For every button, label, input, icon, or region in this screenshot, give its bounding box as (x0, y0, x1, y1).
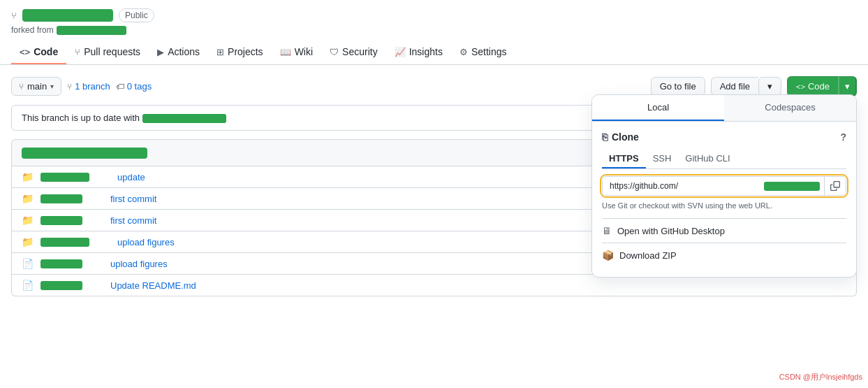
tab-security[interactable]: 🛡 Security (321, 41, 386, 64)
security-icon: 🛡 (330, 47, 339, 57)
file-name (41, 259, 82, 268)
actions-icon: ▶ (157, 47, 164, 57)
file-name (41, 194, 82, 203)
add-file-button-group: Add file ▾ (711, 77, 781, 96)
code-caret-button[interactable]: ▾ (839, 76, 857, 96)
file-name (41, 281, 82, 290)
clone-action-desktop-label: Open with GitHub Desktop (617, 226, 725, 236)
clone-icon: ⎘ (602, 131, 608, 143)
clone-action-download-label: Download ZIP (619, 250, 677, 261)
branch-icon: ⑂ (67, 82, 72, 92)
branch-message-ref (142, 114, 226, 123)
clone-body: ⎘ Clone ? HTTPS SSH GitHub CLI (592, 122, 856, 277)
add-file-button[interactable]: Add file (711, 77, 758, 96)
clone-protocol-tabs: HTTPS SSH GitHub CLI (602, 150, 846, 169)
folder-icon: 📁 (22, 215, 34, 226)
main-content: ⑂ main ▾ ⑂ 1 branch 🏷 0 tags Go to file … (0, 65, 868, 305)
repo-header: ⑂ Public forked from <> Code ⑂ Pull requ… (0, 0, 868, 65)
repo-title-row: ⑂ Public (11, 8, 857, 22)
forked-from-name (57, 26, 126, 35)
tab-wiki[interactable]: 📖 Wiki (272, 41, 321, 64)
tag-count: 0 tags (127, 81, 152, 92)
clone-url-row (602, 176, 846, 196)
clone-tab-codespaces[interactable]: Codespaces (724, 95, 856, 121)
branch-name: main (27, 81, 47, 92)
clone-title-text: Clone (612, 131, 639, 143)
table-row: 📄 Update README.md (12, 274, 856, 296)
wiki-icon: 📖 (280, 47, 291, 57)
branch-selector-icon: ⑂ (19, 82, 24, 92)
tab-projects[interactable]: ⊞ Projects (208, 41, 272, 64)
insights-icon: 📈 (395, 47, 406, 57)
file-name (41, 216, 82, 225)
clone-dropdown: Local Codespaces ⎘ Clone ? HTTPS SSH Git… (591, 94, 857, 278)
clone-url-copy-button[interactable] (824, 177, 846, 195)
file-icon: 📄 (22, 258, 34, 269)
pull-request-icon: ⑂ (75, 47, 80, 57)
file-name (41, 173, 89, 182)
repo-name (22, 9, 113, 22)
go-to-file-button[interactable]: Go to file (651, 77, 705, 96)
forked-from-row: forked from (11, 25, 857, 35)
clone-tab-https[interactable]: HTTPS (602, 150, 646, 168)
folder-icon: 📁 (22, 236, 34, 247)
clone-url-input[interactable] (603, 177, 764, 195)
tag-count-link[interactable]: 🏷 0 tags (116, 81, 152, 92)
tag-icon: 🏷 (116, 82, 124, 92)
folder-icon: 📁 (22, 193, 34, 204)
clone-tab-bar: Local Codespaces (592, 95, 856, 122)
desktop-icon: 🖥 (602, 225, 612, 236)
branch-count-link[interactable]: ⑂ 1 branch (67, 81, 110, 92)
tab-pull-requests[interactable]: ⑂ Pull requests (66, 41, 149, 64)
folder-icon: 📁 (22, 171, 34, 182)
code-icon: <> (20, 47, 30, 57)
download-icon: 📦 (602, 250, 614, 261)
add-file-caret-button[interactable]: ▾ (758, 77, 781, 96)
branch-caret-icon: ▾ (50, 82, 54, 90)
file-name (41, 238, 89, 247)
forked-from-label: forked from (11, 25, 54, 35)
tab-actions[interactable]: ▶ Actions (149, 41, 208, 64)
tab-insights[interactable]: 📈 Insights (386, 41, 451, 64)
settings-icon: ⚙ (459, 47, 468, 57)
file-icon: 📄 (22, 280, 34, 291)
clone-url-hidden (764, 182, 820, 191)
tab-settings[interactable]: ⚙ Settings (451, 41, 515, 64)
branch-selector[interactable]: ⑂ main ▾ (11, 77, 61, 96)
file-commit-message[interactable]: Update README.md (89, 280, 846, 291)
code-button-group: <> Code ▾ (787, 76, 857, 96)
clone-tab-github-cli[interactable]: GitHub CLI (678, 150, 737, 168)
clone-action-github-desktop[interactable]: 🖥 Open with GitHub Desktop (602, 218, 846, 243)
clone-tab-ssh[interactable]: SSH (646, 150, 679, 168)
repo-nav: <> Code ⑂ Pull requests ▶ Actions ⊞ (11, 41, 857, 64)
code-button[interactable]: <> Code (787, 76, 839, 96)
clone-hint: Use Git or checkout with SVN using the w… (602, 201, 846, 210)
clone-section-title: ⎘ Clone ? (602, 131, 846, 143)
clone-action-download-zip[interactable]: 📦 Download ZIP (602, 243, 846, 267)
branch-message-text: This branch is up to date with (22, 113, 140, 123)
branch-count: 1 branch (75, 81, 110, 92)
latest-commit (22, 148, 147, 159)
projects-icon: ⊞ (216, 47, 224, 57)
tab-code[interactable]: <> Code (11, 41, 66, 64)
clone-tab-local[interactable]: Local (592, 95, 724, 121)
visibility-badge: Public (119, 8, 154, 22)
branch-bar: ⑂ main ▾ ⑂ 1 branch 🏷 0 tags Go to file … (11, 76, 857, 96)
code-icon-btn: <> (796, 82, 805, 91)
clone-help-icon[interactable]: ? (840, 131, 846, 143)
fork-icon: ⑂ (11, 10, 17, 21)
